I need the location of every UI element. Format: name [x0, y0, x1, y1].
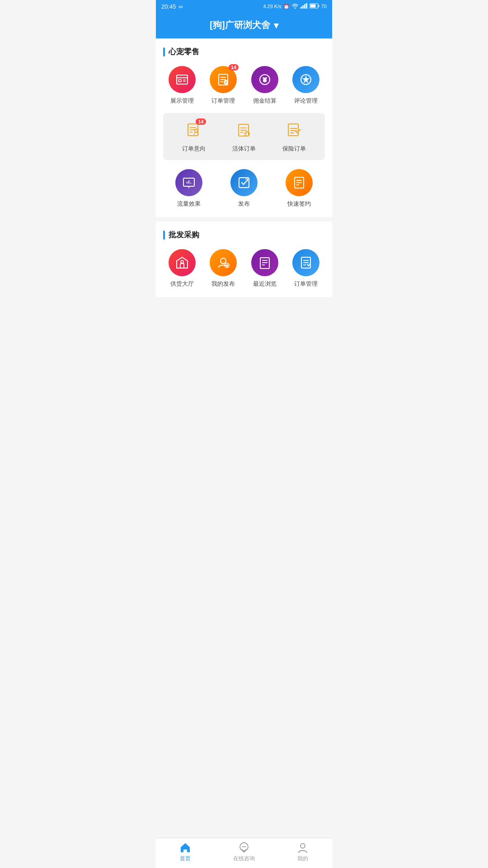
order-mgmt-badge: 14 — [229, 64, 239, 71]
retail-top-grid: 展示管理 14 订单管理 — [163, 66, 325, 105]
status-wifi-icon — [291, 3, 299, 9]
status-infinity: ∞ — [179, 3, 183, 10]
quick-sign-item[interactable]: 快速签约 — [273, 169, 325, 208]
wholesale-section-title: 批发采购 — [163, 230, 325, 240]
svg-rect-42 — [180, 264, 184, 268]
status-time: 20:45 — [161, 3, 176, 10]
order-mgmt-item[interactable]: 14 订单管理 — [205, 66, 243, 105]
commission-icon-circle: ¥ — [251, 66, 278, 93]
publish-icon-circle — [230, 169, 258, 196]
svg-rect-3 — [306, 3, 307, 9]
order-intent-flat-icon: 14 — [183, 120, 204, 141]
svg-point-43 — [181, 260, 183, 263]
review-mgmt-label: 评论管理 — [294, 97, 318, 105]
order-mgmt-label: 订单管理 — [211, 97, 235, 105]
recent-browse-label: 最近浏览 — [253, 280, 277, 288]
quick-sign-icon-circle — [286, 169, 313, 196]
insurance-order-item[interactable]: 保险订单 — [271, 120, 318, 153]
svg-rect-30 — [288, 124, 298, 136]
wholesale-order-mgmt-label: 订单管理 — [294, 280, 318, 288]
live-order-item[interactable]: 活体订单 — [221, 120, 267, 153]
app-header[interactable]: [狗]广研浏犬舍 ▾ — [156, 13, 332, 38]
display-mgmt-icon-circle — [169, 66, 196, 93]
order-intent-label: 订单意向 — [182, 145, 206, 153]
supply-hall-icon-circle — [169, 249, 196, 276]
svg-rect-5 — [318, 5, 319, 7]
recent-browse-icon-circle — [251, 249, 278, 276]
order-mgmt-icon-circle: 14 — [210, 66, 237, 93]
recent-browse-item[interactable]: 最近浏览 — [246, 249, 284, 288]
traffic-effect-icon-circle — [175, 169, 202, 196]
display-mgmt-label: 展示管理 — [170, 97, 194, 105]
display-mgmt-item[interactable]: 展示管理 — [163, 66, 201, 105]
retail-sub-section: 14 订单意向 — [163, 113, 325, 160]
title-bar — [163, 47, 165, 57]
live-order-label: 活体订单 — [232, 145, 256, 153]
quick-sign-label: 快速签约 — [287, 200, 311, 208]
supply-hall-item[interactable]: 供货大厅 — [163, 249, 201, 288]
svg-rect-2 — [304, 4, 305, 9]
commission-label: 佣金结算 — [253, 97, 277, 105]
svg-text:¥: ¥ — [263, 76, 267, 83]
status-clock-icon: ⏰ — [283, 4, 290, 9]
svg-point-44 — [221, 258, 226, 264]
live-order-flat-icon — [234, 120, 254, 141]
supply-hall-label: 供货大厅 — [170, 280, 194, 288]
wholesale-order-mgmt-item[interactable]: 订单管理 — [287, 249, 325, 288]
my-publish-label: 我的发布 — [211, 280, 235, 288]
retail-sub-grid: 14 订单意向 — [170, 120, 318, 153]
insurance-order-label: 保险订单 — [282, 145, 306, 153]
svg-rect-0 — [300, 7, 302, 9]
order-intent-item[interactable]: 14 订单意向 — [170, 120, 217, 153]
my-publish-icon-circle — [210, 249, 237, 276]
review-mgmt-item[interactable]: 评论管理 — [287, 66, 325, 105]
wholesale-title-bar — [163, 231, 165, 240]
traffic-effect-item[interactable]: 流量效果 — [163, 169, 215, 208]
status-battery-icon — [310, 3, 319, 9]
status-bar: 20:45 ∞ 4.29 K/s ⏰ — [156, 0, 332, 13]
status-speed: 4.29 K/s — [263, 4, 281, 9]
commission-item[interactable]: ¥ 佣金结算 — [246, 66, 284, 105]
retail-section: 心宠零售 展示管理 14 — [156, 38, 332, 217]
insurance-order-flat-icon — [284, 120, 305, 141]
publish-item[interactable]: 发布 — [218, 169, 270, 208]
retail-bottom-grid: 流量效果 发布 — [163, 169, 325, 208]
store-name: [狗]广研浏犬舍 — [210, 19, 270, 31]
svg-rect-9 — [178, 80, 181, 82]
wholesale-title-text: 批发采购 — [169, 230, 199, 240]
wholesale-order-mgmt-icon-circle — [292, 249, 319, 276]
svg-rect-48 — [260, 258, 269, 269]
wholesale-grid: 供货大厅 我的发布 — [163, 249, 325, 288]
status-signal-icon — [300, 3, 308, 9]
svg-rect-6 — [310, 5, 315, 8]
retail-section-title: 心宠零售 — [163, 47, 325, 57]
svg-rect-1 — [302, 5, 304, 9]
status-battery-pct: 70 — [321, 4, 327, 9]
order-intent-badge: 14 — [196, 118, 206, 125]
publish-label: 发布 — [238, 200, 250, 208]
review-mgmt-icon-circle — [292, 66, 319, 93]
wholesale-section: 批发采购 供货大厅 — [156, 222, 332, 297]
my-publish-item[interactable]: 我的发布 — [205, 249, 243, 288]
dropdown-icon[interactable]: ▾ — [274, 20, 278, 31]
traffic-effect-label: 流量效果 — [177, 200, 201, 208]
retail-title-text: 心宠零售 — [169, 47, 199, 57]
